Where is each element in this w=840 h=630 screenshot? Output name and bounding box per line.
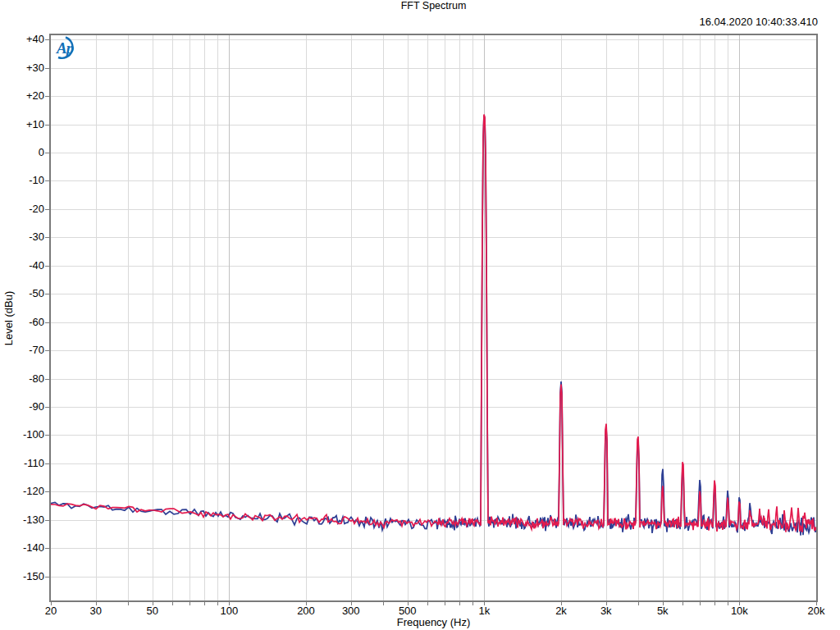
x-tick-mark: [700, 602, 701, 605]
y-tick-mark: [45, 407, 49, 408]
y-tick-label: -110: [10, 457, 44, 470]
y-tick-mark: [45, 435, 49, 436]
y-tick-mark: [45, 153, 49, 153]
x-tick-mark: [204, 602, 205, 605]
x-tick-label: 2k: [538, 605, 584, 618]
y-tick-label: +10: [10, 118, 44, 131]
x-tick-label: 100: [206, 605, 252, 618]
y-tick-mark: [45, 209, 49, 210]
y-tick-label: +30: [10, 62, 44, 75]
x-tick-mark: [714, 602, 715, 605]
x-tick-label: 10k: [716, 605, 762, 618]
x-tick-label: 50: [130, 605, 176, 618]
y-tick-mark: [45, 125, 49, 126]
y-tick-mark: [45, 294, 49, 294]
red-trace: [51, 115, 816, 532]
y-tick-mark: [45, 548, 49, 549]
x-tick-mark: [189, 602, 190, 605]
y-tick-mark: [45, 322, 49, 323]
y-tick-label: 0: [10, 146, 44, 159]
chart-title: FFT Spectrum: [49, 0, 818, 11]
y-tick-mark: [45, 379, 49, 380]
timestamp: 16.04.2020 10:40:33.410: [699, 16, 818, 28]
x-axis-label: Frequency (Hz): [49, 616, 818, 628]
x-tick-label: 500: [385, 605, 431, 618]
y-tick-label: -100: [10, 428, 44, 441]
y-tick-mark: [45, 577, 49, 578]
y-tick-mark: [45, 237, 49, 238]
y-tick-mark: [45, 96, 49, 97]
y-tick-mark: [45, 520, 49, 521]
x-tick-label: 200: [283, 605, 329, 618]
y-tick-label: -90: [10, 400, 44, 413]
plot-canvas: [51, 35, 816, 600]
x-tick-label: 20: [28, 605, 74, 618]
y-tick-label: -140: [10, 541, 44, 555]
y-tick-mark: [45, 350, 49, 351]
x-tick-mark: [459, 602, 460, 605]
y-tick-mark: [45, 491, 49, 492]
y-tick-label: -130: [10, 514, 44, 527]
y-tick-label: -70: [10, 344, 44, 357]
x-tick-label: 20k: [793, 605, 839, 618]
y-tick-mark: [45, 266, 49, 267]
y-tick-label: -80: [10, 372, 44, 386]
y-tick-label: +20: [10, 89, 44, 103]
y-tick-label: -50: [10, 287, 44, 300]
y-tick-label: -60: [10, 316, 44, 329]
y-tick-mark: [45, 39, 49, 40]
x-tick-mark: [445, 602, 445, 605]
y-tick-label: -30: [10, 231, 44, 244]
y-tick-mark: [45, 463, 49, 464]
y-tick-label: -10: [10, 174, 44, 187]
y-tick-label: -150: [10, 570, 44, 583]
x-tick-label: 3k: [583, 605, 629, 618]
x-tick-label: 1k: [461, 605, 507, 618]
y-tick-mark: [45, 180, 49, 181]
x-tick-label: 300: [328, 605, 374, 618]
fft-spectrum-window: FFT Spectrum 16.04.2020 10:40:33.410 Ap …: [0, 0, 840, 630]
y-tick-label: -120: [10, 485, 44, 498]
y-tick-mark: [45, 68, 49, 69]
plot-area: Ap: [49, 34, 818, 602]
x-tick-label: 5k: [640, 605, 686, 618]
ap-logo-icon: Ap: [51, 35, 89, 62]
blue-trace: [51, 116, 816, 536]
y-tick-label: -20: [10, 203, 44, 216]
y-tick-label: +40: [10, 33, 44, 46]
ap-logo-text: Ap: [56, 39, 74, 57]
y-tick-label: -40: [10, 259, 44, 272]
x-tick-label: 30: [73, 605, 119, 618]
